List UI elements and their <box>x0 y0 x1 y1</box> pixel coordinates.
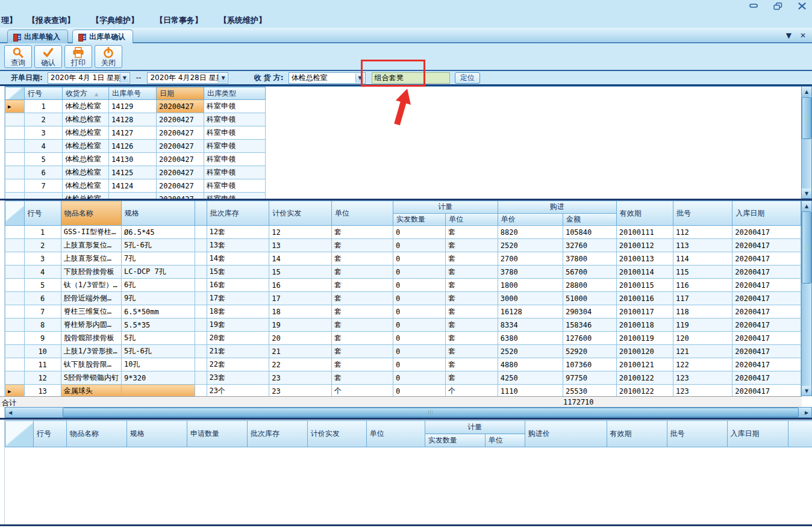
item-row-no-cell[interactable]: 9 <box>24 332 61 345</box>
item-unit-cell[interactable]: 套 <box>331 318 393 332</box>
item-priced-qty-cell[interactable]: 22 <box>269 358 332 371</box>
order-type-cell[interactable]: 科室申领 <box>204 126 266 140</box>
item-row-no-cell[interactable]: 5 <box>24 279 61 292</box>
column-header-row-no[interactable]: 行号 <box>33 421 66 447</box>
item-batch-stock-cell[interactable]: 20套 <box>207 332 269 345</box>
item-actual-qty-cell[interactable]: 0 <box>393 318 446 332</box>
column-group-measure[interactable]: 计量 <box>393 201 498 214</box>
order-row-no-cell[interactable]: 5 <box>25 153 63 166</box>
item-unit-cell[interactable]: 套 <box>331 358 393 371</box>
item-validity-cell[interactable]: 20100116 <box>616 292 673 305</box>
item-name-cell[interactable]: 股骨髋部接骨板 <box>61 332 121 345</box>
item-in-date-cell[interactable]: 20200417 <box>732 266 801 279</box>
item-batch-no-cell[interactable]: 112 <box>673 226 732 239</box>
order-row[interactable]: 3体检总检室1412720200427科室申领 <box>5 126 266 140</box>
item-batch-no-cell[interactable]: 115 <box>673 266 732 279</box>
item-actual-qty-cell[interactable]: 0 <box>393 226 446 239</box>
item-row[interactable]: 4下肢胫骨接骨板LC-DCP 7孔15套15套0套378056700201001… <box>5 266 801 279</box>
item-row[interactable]: 12S胫骨带锁髓内钉9*32023套23套0套42509775020100122… <box>5 371 801 385</box>
item-empty-cell[interactable] <box>195 332 207 345</box>
row-selector-cell[interactable] <box>5 279 25 292</box>
item-actual-qty-cell[interactable]: 0 <box>393 266 446 279</box>
row-selector-cell[interactable] <box>5 113 25 126</box>
item-in-date-cell[interactable]: 20200417 <box>732 226 801 239</box>
item-in-date-cell[interactable]: 20200417 <box>732 332 801 345</box>
item-validity-cell[interactable]: 20100121 <box>616 358 673 371</box>
item-row[interactable]: 9股骨髋部接骨板5孔20套20套0套6380127600201001191202… <box>5 332 801 345</box>
item-batch-no-cell[interactable]: 120 <box>673 332 732 345</box>
item-unit-price-cell[interactable]: 2520 <box>498 345 563 358</box>
date-to-picker[interactable]: 2020年 4月28日 星期 ▼ <box>147 72 228 84</box>
item-row[interactable]: 5钛（1/3管型）…6孔16套16套0套18002880020100115116… <box>5 279 801 292</box>
item-batch-no-cell[interactable]: 119 <box>673 318 732 332</box>
item-unit-price-cell[interactable]: 8334 <box>498 318 563 332</box>
item-name-cell[interactable]: 下肢胫骨接骨板 <box>61 266 121 279</box>
order-row-no-cell[interactable]: 1 <box>25 100 63 113</box>
column-header-batch-stock[interactable]: 批次库存 <box>207 201 269 226</box>
item-spec-cell[interactable]: 9孔 <box>121 292 195 305</box>
item-validity-cell[interactable]: 20100120 <box>616 345 673 358</box>
item-in-date-cell[interactable]: 20200417 <box>732 239 801 252</box>
item-in-date-cell[interactable]: 20200417 <box>732 292 801 305</box>
item-unit-cell[interactable]: 套 <box>331 226 393 239</box>
column-header-empty[interactable] <box>195 201 207 226</box>
item-batch-no-cell[interactable]: 118 <box>673 305 732 318</box>
item-priced-qty-cell[interactable]: 20 <box>269 332 332 345</box>
item-empty-cell[interactable] <box>195 292 207 305</box>
item-unit-price-cell[interactable]: 2520 <box>498 239 563 252</box>
item-actual-qty-cell[interactable]: 0 <box>393 332 446 345</box>
order-date-cell[interactable]: 20200427 <box>157 113 204 126</box>
item-row[interactable]: 3上肢直形复位…7孔14套14套0套2700378002010011311420… <box>5 252 801 266</box>
item-amount-cell[interactable]: 51000 <box>563 292 616 305</box>
item-unit-price-cell[interactable]: 1110 <box>498 385 563 397</box>
item-validity-cell[interactable]: 20100111 <box>616 226 673 239</box>
item-amount-cell[interactable]: 127600 <box>563 332 616 345</box>
row-selector-cell[interactable]: ▶ <box>5 100 25 113</box>
item-empty-cell[interactable] <box>195 318 207 332</box>
column-header-amount[interactable]: 金额 <box>563 213 616 226</box>
item-amount-cell[interactable]: 28800 <box>563 279 616 292</box>
scroll-left-icon[interactable]: ◀ <box>5 408 15 417</box>
column-header-apply-qty[interactable]: 申请数量 <box>187 421 247 447</box>
item-batch-stock-cell[interactable]: 21套 <box>207 345 269 358</box>
row-selector-cell[interactable] <box>5 358 25 371</box>
row-selector-cell[interactable] <box>5 292 25 305</box>
order-receiver-cell[interactable]: 体检总检室 <box>63 126 109 140</box>
item-unit-price-cell[interactable]: 8820 <box>498 226 563 239</box>
order-type-cell[interactable]: 科室申领 <box>204 100 266 113</box>
item-batch-stock-cell[interactable]: 16套 <box>207 279 269 292</box>
item-measure-unit-cell[interactable]: 套 <box>446 371 498 385</box>
column-header-measure-unit[interactable]: 单位 <box>485 434 525 447</box>
item-measure-unit-cell[interactable]: 套 <box>446 318 498 332</box>
column-header-validity[interactable]: 有效期 <box>607 421 667 447</box>
item-priced-qty-cell[interactable]: 23 <box>269 385 332 397</box>
item-unit-price-cell[interactable]: 16128 <box>498 305 563 318</box>
row-selector-cell[interactable] <box>5 266 25 279</box>
column-group-measure[interactable]: 计量 <box>425 421 525 434</box>
item-batch-no-cell[interactable]: 116 <box>673 279 732 292</box>
item-in-date-cell[interactable]: 20200417 <box>732 305 801 318</box>
select-all-corner[interactable] <box>5 87 25 100</box>
receiver-combo[interactable]: 体检总检室 ▼ <box>289 72 366 84</box>
row-selector-cell[interactable] <box>5 305 25 318</box>
item-measure-unit-cell[interactable]: 套 <box>446 345 498 358</box>
item-spec-cell[interactable]: 5孔-6孔 <box>121 239 195 252</box>
row-selector-cell[interactable] <box>5 239 25 252</box>
item-unit-price-cell[interactable]: 4880 <box>498 358 563 371</box>
menu-item-2[interactable]: 【字典维护】 <box>90 15 140 26</box>
item-row-no-cell[interactable]: 4 <box>24 266 61 279</box>
items-grid-vscrollbar[interactable]: ▲ ▼ <box>801 200 812 396</box>
item-batch-stock-cell[interactable]: 15套 <box>207 266 269 279</box>
order-date-cell[interactable]: 20200427 <box>157 140 204 153</box>
order-type-cell[interactable]: 科室申领 <box>204 193 266 199</box>
column-header-item-name[interactable]: 物品名称 <box>61 201 121 226</box>
item-spec-cell[interactable]: 6.5*50mm <box>121 305 195 318</box>
row-selector-cell[interactable] <box>5 140 25 153</box>
order-date-cell[interactable]: 20200427 <box>157 100 204 113</box>
order-no-cell[interactable]: 14129 <box>109 100 157 113</box>
item-validity-cell[interactable]: 20100114 <box>616 266 673 279</box>
item-priced-qty-cell[interactable]: 14 <box>269 252 332 266</box>
item-measure-unit-cell[interactable]: 套 <box>446 239 498 252</box>
item-empty-cell[interactable] <box>195 358 207 371</box>
column-header-in-date[interactable]: 入库日期 <box>732 201 801 226</box>
